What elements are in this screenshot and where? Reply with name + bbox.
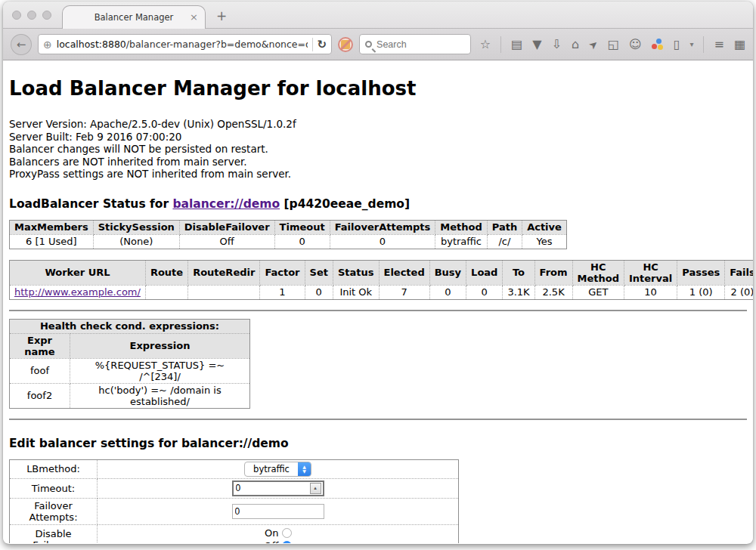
col-fails: Fails bbox=[725, 260, 753, 285]
search-icon bbox=[365, 41, 372, 48]
cell-maxmembers: 6 [1 Used] bbox=[10, 234, 94, 249]
back-icon: ← bbox=[17, 38, 26, 51]
section-divider bbox=[9, 310, 747, 311]
cell-failoverattempts: 0 bbox=[330, 234, 435, 249]
col-method: Method bbox=[435, 220, 487, 234]
col-factor: Factor bbox=[260, 260, 305, 285]
hamburger-menu-icon[interactable]: ≡ bbox=[714, 37, 723, 51]
tab-close-icon[interactable]: × bbox=[190, 11, 198, 23]
home-icon[interactable]: ⌂ bbox=[572, 37, 579, 51]
table-row: foof2 hc('body') =~ /domain is establish… bbox=[10, 383, 250, 408]
search-bar[interactable] bbox=[359, 34, 471, 54]
reload-button[interactable]: ↻ bbox=[318, 38, 327, 51]
table-header-row: Expr name Expression bbox=[10, 333, 250, 358]
disable-failover-on-radio[interactable] bbox=[282, 528, 292, 538]
cell-busy: 0 bbox=[429, 285, 466, 299]
cell-disablefailover: Off bbox=[179, 234, 274, 249]
reading-list-icon[interactable]: ▤ bbox=[511, 37, 522, 51]
cell-factor: 1 bbox=[260, 285, 305, 299]
col-expr-name: Expr name bbox=[10, 333, 70, 358]
close-window-button[interactable] bbox=[12, 11, 21, 20]
cell-to: 3.1K bbox=[503, 285, 534, 299]
download-icon[interactable]: ⇩ bbox=[552, 37, 562, 51]
status-heading-suffix: [p4420eeae_demo] bbox=[280, 197, 410, 211]
cell-routeredir bbox=[188, 285, 260, 299]
col-hc-interval: HC Interval bbox=[624, 260, 677, 285]
table-header-row: MaxMembers StickySession DisableFailover… bbox=[10, 220, 567, 234]
cell-passes: 1 (0) bbox=[677, 285, 725, 299]
col-maxmembers: MaxMembers bbox=[10, 220, 94, 234]
cell-expr-name: foof2 bbox=[10, 383, 70, 408]
url-bar[interactable]: ⊕ localhost:8880/balancer-manager?b=demo… bbox=[38, 34, 332, 54]
radio-on-label: On bbox=[265, 527, 278, 539]
browser-window: Balancer Manager × + ← ⊕ localhost:8880/… bbox=[3, 2, 753, 544]
persist-notice: Balancer changes will NOT be persisted o… bbox=[9, 143, 747, 156]
traffic-lights[interactable] bbox=[12, 11, 51, 20]
feedback-smiley-icon[interactable]: ☺ bbox=[629, 37, 642, 51]
page-content: Load Balancer Manager for localhost Serv… bbox=[3, 60, 753, 543]
tab-title: Balancer Manager bbox=[94, 12, 174, 23]
col-load: Load bbox=[466, 260, 503, 285]
send-tab-icon[interactable]: ➤ bbox=[586, 37, 600, 52]
col-passes: Passes bbox=[677, 260, 725, 285]
cell-timeout: 0 bbox=[274, 234, 330, 249]
timeout-input[interactable] bbox=[234, 483, 310, 493]
form-row-disable-failover: Disable Failover: On Off bbox=[10, 524, 459, 543]
table-row: http://www.example.com/ 1 0 Init Ok 7 0 … bbox=[10, 285, 754, 299]
screenshot-grid-icon[interactable]: ▦ bbox=[734, 37, 745, 51]
cell-active: Yes bbox=[522, 234, 567, 249]
form-row-failover: Failover Attempts: bbox=[10, 498, 459, 524]
minimize-window-button[interactable] bbox=[27, 11, 36, 20]
pocket-icon[interactable]: ▼ bbox=[532, 37, 541, 51]
section-divider bbox=[9, 419, 747, 420]
col-timeout: Timeout bbox=[274, 220, 330, 234]
cell-expression: %{REQUEST_STATUS} =~ /^[234]/ bbox=[70, 358, 250, 383]
lbmethod-select[interactable]: bytraffic ▲▼ bbox=[244, 462, 311, 477]
timeout-input-wrap: ▴ bbox=[232, 480, 324, 496]
url-text[interactable]: localhost:8880/balancer-manager?b=demo&n… bbox=[57, 39, 308, 50]
page-title: Load Balancer Manager for localhost bbox=[9, 77, 747, 100]
server-version: Server Version: Apache/2.5.0-dev (Unix) … bbox=[9, 118, 747, 131]
cell-fails: 2 (0) bbox=[725, 285, 753, 299]
status-heading: LoadBalancer Status for balancer://demo … bbox=[9, 197, 747, 211]
sidebar-panel-icon[interactable]: ◱ bbox=[608, 37, 619, 51]
cell-route bbox=[145, 285, 187, 299]
col-worker-url: Worker URL bbox=[10, 260, 146, 285]
table-header-row: Worker URL Route RouteRedir Factor Set S… bbox=[10, 260, 754, 285]
col-hc-method: HC Method bbox=[572, 260, 624, 285]
toolbar-divider bbox=[500, 36, 501, 53]
col-routeredir: RouteRedir bbox=[188, 260, 260, 285]
form-row-lbmethod: LBmethod: bytraffic ▲▼ bbox=[10, 459, 459, 478]
col-expression: Expression bbox=[70, 333, 250, 358]
number-spinner-icon[interactable]: ▴ bbox=[310, 483, 321, 494]
new-tab-button[interactable]: + bbox=[216, 8, 227, 23]
balancer-summary-table: MaxMembers StickySession DisableFailover… bbox=[9, 220, 567, 249]
col-set: Set bbox=[305, 260, 333, 285]
col-failoverattempts: FailoverAttempts bbox=[330, 220, 435, 234]
worker-url-link[interactable]: http://www.example.com/ bbox=[14, 286, 141, 298]
tab-balancer-manager[interactable]: Balancer Manager × bbox=[62, 5, 206, 29]
disable-failover-off-radio[interactable] bbox=[282, 541, 292, 544]
failover-attempts-input[interactable] bbox=[232, 504, 324, 519]
proxypass-notice: ProxyPass settings are NOT inherited fro… bbox=[9, 168, 747, 181]
bookmark-star-icon[interactable]: ☆ bbox=[480, 37, 491, 51]
zoom-window-button[interactable] bbox=[42, 11, 51, 20]
site-identity-icon[interactable]: ⊕ bbox=[43, 39, 52, 51]
col-to: To bbox=[503, 260, 534, 285]
content-blocker-icon[interactable] bbox=[338, 37, 353, 52]
url-divider bbox=[312, 38, 313, 51]
overflow-caret-icon[interactable]: ▾ bbox=[689, 40, 693, 48]
lbmethod-selected-value: bytraffic bbox=[245, 464, 298, 474]
timeout-label: Timeout: bbox=[10, 478, 98, 498]
col-path: Path bbox=[487, 220, 522, 234]
col-status: Status bbox=[333, 260, 379, 285]
battery-icon[interactable]: ▯ bbox=[674, 37, 680, 51]
back-button[interactable]: ← bbox=[11, 34, 32, 55]
cell-stickysession: (None) bbox=[93, 234, 179, 249]
col-stickysession: StickySession bbox=[93, 220, 179, 234]
tab-bar: Balancer Manager × + bbox=[3, 2, 753, 29]
balancer-demo-link[interactable]: balancer://demo bbox=[172, 197, 280, 211]
col-route: Route bbox=[145, 260, 187, 285]
search-input[interactable] bbox=[376, 39, 465, 50]
extension-colordots-icon[interactable] bbox=[652, 39, 664, 51]
